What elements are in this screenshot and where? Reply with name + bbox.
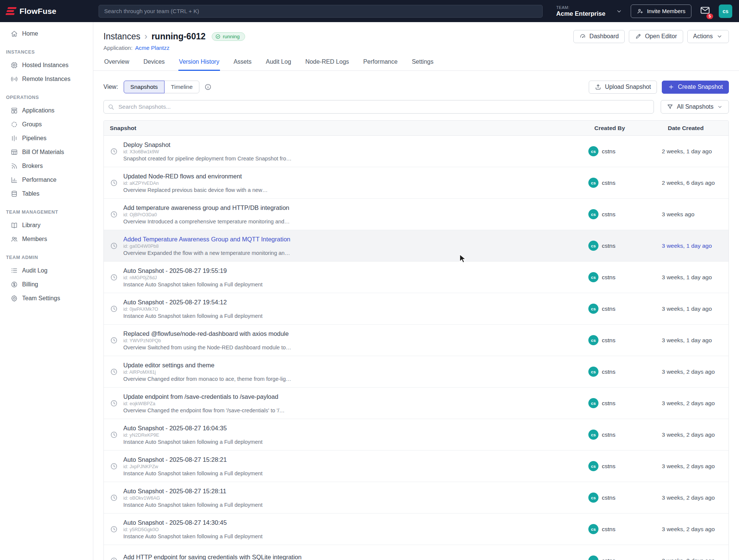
- sidebar-item-applications[interactable]: Applications: [0, 103, 93, 117]
- circle-dashed-icon: [10, 121, 18, 128]
- snapshot-title[interactable]: Add HTTP endpoint for saving credentials…: [123, 554, 302, 560]
- table-row[interactable]: Updated Node-RED flows and environmentid…: [104, 167, 729, 199]
- upload-snapshot-label: Upload Snapshot: [605, 84, 651, 90]
- table-row[interactable]: Added Temperature Awareness Group and MQ…: [104, 230, 729, 262]
- table-row[interactable]: Add HTTP endpoint for saving credentials…: [104, 545, 729, 560]
- snapshot-title[interactable]: Updated Node-RED flows and environment: [123, 173, 268, 180]
- sidebar-item-performance[interactable]: Performance: [0, 173, 93, 187]
- open-editor-button[interactable]: Open Editor: [629, 30, 683, 43]
- sidebar-item-audit-log[interactable]: Audit Log: [0, 264, 93, 277]
- table-row[interactable]: Replaced @flowfuse/node-red-dashboard wi…: [104, 325, 729, 356]
- sidebar-item-tables[interactable]: Tables: [0, 187, 93, 201]
- snapshot-title[interactable]: Added Temperature Awareness Group and MQ…: [123, 236, 290, 243]
- user-avatar: cs: [588, 398, 598, 408]
- clock-icon: [110, 399, 118, 407]
- tab-audit-log[interactable]: Audit Log: [265, 56, 292, 71]
- tab-node-red-logs[interactable]: Node-RED Logs: [305, 56, 350, 71]
- actions-button[interactable]: Actions: [687, 30, 729, 43]
- user-avatar: cs: [588, 367, 598, 377]
- table-row[interactable]: Deploy Snapshotid: X3o6Bw1k9WSnapshot cr…: [104, 136, 729, 167]
- status-badge-label: running: [223, 34, 240, 39]
- tab-overview[interactable]: Overview: [103, 56, 130, 71]
- tab-settings[interactable]: Settings: [411, 56, 434, 71]
- snapshot-title[interactable]: Auto Snapshot - 2025-08-27 14:30:45: [123, 519, 263, 526]
- sidebar-item-library[interactable]: Library: [0, 218, 93, 232]
- snapshot-title[interactable]: Auto Snapshot - 2025-08-27 19:55:19: [123, 267, 263, 274]
- sidebar-item-pipelines[interactable]: Pipelines: [0, 131, 93, 145]
- team-selector[interactable]: TEAM: Acme Enterprise: [556, 5, 622, 17]
- table-row[interactable]: Auto Snapshot - 2025-08-27 19:55:19id: n…: [104, 262, 729, 293]
- tab-performance[interactable]: Performance: [362, 56, 398, 71]
- snapshot-id: id: aKZPYvEDAn: [123, 181, 268, 186]
- snapshot-title[interactable]: Auto Snapshot - 2025-08-27 16:04:35: [123, 425, 263, 432]
- snapshot-title[interactable]: Update editor settings and theme: [123, 362, 291, 369]
- user-avatar: cs: [588, 335, 598, 345]
- date-created: 2 weeks, 1 day ago: [662, 148, 729, 155]
- sidebar-item-billing[interactable]: Billing: [0, 277, 93, 291]
- user-avatar: cs: [588, 241, 598, 251]
- sidebar-item-remote-instances[interactable]: Remote Instances: [0, 72, 93, 86]
- table-row[interactable]: Auto Snapshot - 2025-08-27 14:30:45id: y…: [104, 514, 729, 545]
- created-by-name: cstns: [602, 274, 615, 281]
- sidebar-item-team-settings[interactable]: Team Settings: [0, 291, 93, 305]
- sidebar-section-label: INSTANCES: [0, 40, 93, 58]
- created-by-name: cstns: [602, 463, 615, 470]
- upload-snapshot-button[interactable]: Upload Snapshot: [589, 81, 657, 94]
- clock-icon: [110, 179, 118, 187]
- date-created: 3 weeks, 1 day ago: [662, 274, 729, 281]
- column-header-snapshot: Snapshot: [104, 125, 588, 132]
- view-option-timeline[interactable]: Timeline: [164, 81, 199, 93]
- snapshot-title[interactable]: Deploy Snapshot: [123, 141, 292, 148]
- snapshot-search-input[interactable]: [103, 100, 654, 114]
- chart-icon: [10, 176, 18, 184]
- invite-members-button[interactable]: Invite Members: [631, 4, 691, 18]
- view-option-snapshots[interactable]: Snapshots: [124, 81, 165, 93]
- sidebar-item-label: Remote Instances: [22, 76, 70, 82]
- sidebar-item-hosted-instances[interactable]: Hosted Instances: [0, 58, 93, 72]
- notifications-button[interactable]: 5: [700, 5, 711, 17]
- snapshot-description: Instance Auto Snapshot taken following a…: [123, 470, 263, 476]
- snapshot-title[interactable]: Auto Snapshot - 2025-08-27 15:28:11: [123, 488, 263, 495]
- sidebar-item-bill-of-materials[interactable]: Bill Of Materials: [0, 145, 93, 159]
- flowfuse-logo-text: FlowFuse: [19, 7, 56, 16]
- snapshot-title[interactable]: Update endpoint from /save-credentials t…: [123, 393, 285, 400]
- breadcrumb-separator: ›: [144, 31, 147, 42]
- snapshot-title[interactable]: Replaced @flowfuse/node-red-dashboard wi…: [123, 330, 291, 337]
- create-snapshot-button[interactable]: Create Snapshot: [662, 81, 729, 94]
- sidebar-item-home[interactable]: Home: [0, 27, 93, 40]
- search-icon: [108, 103, 114, 110]
- application-link[interactable]: Acme Plantzz: [135, 45, 170, 52]
- sidebar-section-label: OPERATIONS: [0, 86, 93, 103]
- table-row[interactable]: Auto Snapshot - 2025-08-27 16:04:35id: y…: [104, 419, 729, 451]
- clock-icon: [110, 431, 118, 439]
- tab-assets[interactable]: Assets: [233, 56, 252, 71]
- date-created: 3 weeks, 2 days ago: [662, 431, 729, 438]
- user-menu-avatar[interactable]: cs: [719, 4, 732, 18]
- currency-icon: [10, 281, 18, 288]
- snapshot-description: Instance Auto Snapshot taken following a…: [123, 502, 263, 508]
- table-row[interactable]: Update endpoint from /save-credentials t…: [104, 388, 729, 419]
- sidebar-item-members[interactable]: Members: [0, 232, 93, 246]
- snapshot-filter-dropdown[interactable]: All Snapshots: [661, 100, 729, 114]
- actions-label: Actions: [693, 33, 713, 40]
- snapshot-id: id: X3o6Bw1k9W: [123, 149, 292, 154]
- snapshot-title[interactable]: Auto Snapshot - 2025-08-27 15:28:21: [123, 456, 263, 463]
- sidebar-item-brokers[interactable]: Brokers: [0, 159, 93, 173]
- table-row[interactable]: Update editor settings and themeid: AlRP…: [104, 356, 729, 388]
- info-icon[interactable]: [204, 83, 212, 91]
- table-row[interactable]: Auto Snapshot - 2025-08-27 19:54:12id: 0…: [104, 293, 729, 325]
- tab-version-history[interactable]: Version History: [178, 56, 220, 71]
- dashboard-button[interactable]: Dashboard: [573, 30, 625, 43]
- snapshot-title[interactable]: Auto Snapshot - 2025-08-27 19:54:12: [123, 299, 263, 306]
- table-row[interactable]: Auto Snapshot - 2025-08-27 15:28:21id: J…: [104, 451, 729, 482]
- flowfuse-logo[interactable]: FlowFuse: [0, 7, 93, 16]
- table-row[interactable]: Auto Snapshot - 2025-08-27 15:28:11id: o…: [104, 482, 729, 514]
- breadcrumb-instances-link[interactable]: Instances: [103, 31, 140, 42]
- gear-icon: [10, 295, 18, 302]
- team-search-input[interactable]: [99, 5, 543, 18]
- sidebar-item-groups[interactable]: Groups: [0, 117, 93, 131]
- tab-devices[interactable]: Devices: [143, 56, 166, 71]
- date-created: 3 weeks, 2 days ago: [662, 400, 729, 407]
- snapshot-title[interactable]: Add temperature awareness group and HTTP…: [123, 204, 290, 211]
- table-row[interactable]: Add temperature awareness group and HTTP…: [104, 199, 729, 230]
